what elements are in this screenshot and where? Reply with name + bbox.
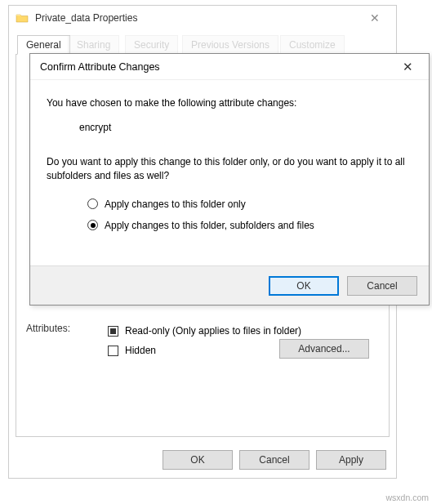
radio-icon: [87, 198, 98, 209]
watermark: wsxdn.com: [385, 493, 429, 502]
radio-subfolders-and-files[interactable]: Apply changes to this folder, subfolders…: [87, 215, 412, 236]
tab-previous-versions[interactable]: Previous Versions: [182, 35, 278, 55]
confirm-body: You have chosen to make the following at…: [30, 80, 429, 236]
radio-this-folder-only[interactable]: Apply changes to this folder only: [87, 194, 412, 215]
confirm-ok-button[interactable]: OK: [269, 276, 339, 296]
confirm-dialog: Confirm Attribute Changes ✕ You have cho…: [29, 53, 430, 306]
readonly-checkbox[interactable]: [108, 326, 118, 337]
confirm-titlebar: Confirm Attribute Changes ✕: [30, 54, 429, 80]
readonly-row[interactable]: Read-only (Only applies to files in fold…: [108, 321, 369, 341]
properties-button-row: OK Cancel Apply: [163, 450, 386, 470]
confirm-radio-group: Apply changes to this folder only Apply …: [87, 194, 412, 236]
attributes-label: Attributes:: [26, 323, 70, 334]
advanced-button[interactable]: Advanced...: [279, 339, 369, 359]
hidden-label: Hidden: [125, 345, 156, 356]
confirm-close-button[interactable]: ✕: [391, 60, 424, 74]
tab-sharing[interactable]: Sharing: [68, 35, 119, 55]
tab-general[interactable]: General: [17, 35, 70, 55]
properties-titlebar: Private_data Properties ✕: [9, 6, 396, 30]
tab-customize[interactable]: Customize: [280, 35, 345, 55]
tab-strip: General Sharing Security Previous Versio…: [16, 35, 390, 55]
confirm-intro-text: You have chosen to make the following at…: [47, 96, 412, 109]
hidden-checkbox[interactable]: [108, 346, 118, 356]
properties-cancel-button[interactable]: Cancel: [239, 450, 310, 470]
confirm-cancel-button[interactable]: Cancel: [347, 276, 417, 296]
readonly-label: Read-only (Only applies to files in fold…: [125, 325, 301, 337]
properties-title: Private_data Properties: [35, 12, 359, 24]
properties-ok-button[interactable]: OK: [163, 450, 233, 470]
confirm-change-text: encrypt: [79, 121, 412, 134]
radio-icon: [87, 220, 98, 230]
radio-label: Apply changes to this folder only: [105, 198, 246, 210]
confirm-question-text: Do you want to apply this change to this…: [47, 155, 412, 181]
confirm-footer: OK Cancel: [30, 265, 429, 305]
radio-label: Apply changes to this folder, subfolders…: [105, 220, 314, 231]
tab-security[interactable]: Security: [125, 35, 178, 55]
properties-apply-button[interactable]: Apply: [316, 450, 386, 470]
properties-close-button[interactable]: ✕: [359, 11, 391, 25]
folder-icon: [16, 11, 29, 25]
confirm-title: Confirm Attribute Changes: [40, 61, 391, 73]
